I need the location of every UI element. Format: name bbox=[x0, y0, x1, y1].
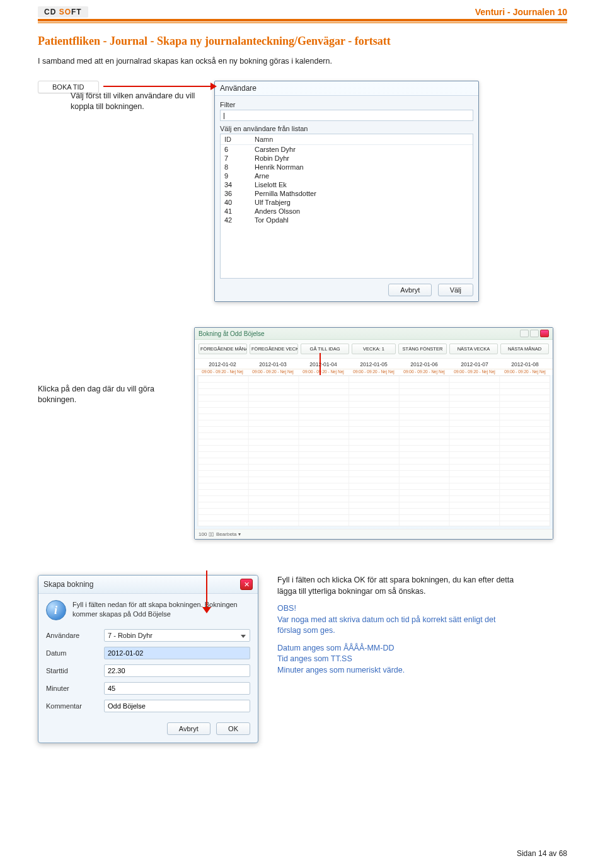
calendar-nav-btn[interactable]: NÄSTA VECKA bbox=[449, 344, 498, 354]
side-hints: Fyll i fälten och klicka OK för att spar… bbox=[277, 575, 517, 682]
minimize-icon[interactable] bbox=[520, 330, 529, 337]
edit-label: Bearbeta bbox=[216, 531, 236, 537]
list-item[interactable]: 34Liselott Ek bbox=[221, 180, 473, 189]
calendar-hour-range: 09:00 - 09:20 - Nej Nej bbox=[500, 369, 550, 374]
maximize-icon[interactable] bbox=[530, 330, 539, 337]
calendar-nav: FÖREGÅENDE MÅNADFÖREGÅENDE VECKAGÅ TILL … bbox=[195, 340, 553, 359]
col-name: Namn bbox=[251, 134, 473, 145]
calendar-hour-range: 09:00 - 09:20 - Nej Nej bbox=[349, 369, 399, 374]
user-list[interactable]: ID Namn 6Carsten Dyhr7Robin Dyhr8Henrik … bbox=[220, 134, 473, 279]
list-item[interactable]: 9Arne bbox=[221, 171, 473, 180]
filter-label: Filter bbox=[220, 101, 473, 108]
list-label: Välj en användare från listan bbox=[220, 125, 473, 132]
date-label: Datum bbox=[46, 649, 98, 657]
dialog-intro: Fyll i fälten nedan för att skapa boknin… bbox=[72, 600, 250, 620]
calendar-day-header[interactable]: 2012-01-06 bbox=[399, 359, 449, 369]
list-item[interactable]: 42Tor Opdahl bbox=[221, 216, 473, 224]
list-item[interactable]: 8Henrik Norrman bbox=[221, 163, 473, 171]
hint-formats: Datum anges som ÅÅÅÅ-MM-DD Tid anges som… bbox=[277, 643, 517, 676]
calendar-nav-btn[interactable]: VECKA: 1 bbox=[352, 344, 396, 354]
calendar-nav-btn[interactable]: STÄNG FÖNSTER bbox=[398, 344, 447, 354]
calendar-title: Bokning åt Odd Böjelse bbox=[199, 330, 265, 337]
cancel-button[interactable]: Avbryt bbox=[167, 722, 210, 735]
window-controls bbox=[520, 330, 549, 337]
calendar-hour-range: 09:00 - 09:20 - Nej Nej bbox=[298, 369, 349, 374]
list-item[interactable]: 41Anders Olsson bbox=[221, 207, 473, 216]
zoom-value: 100 bbox=[199, 531, 207, 537]
comment-label: Kommentar bbox=[46, 702, 98, 710]
user-picker-dialog: Användare Filter Välj en användare från … bbox=[214, 81, 479, 302]
page-footer: Sidan 14 av 68 bbox=[517, 849, 567, 858]
calendar-nav-btn[interactable]: GÅ TILL IDAG bbox=[301, 344, 349, 354]
logo: CD SOFT bbox=[38, 6, 88, 18]
calendar-footer: 100 ▯▯ Bearbeta ▾ bbox=[195, 529, 553, 539]
logo-so: SO bbox=[59, 8, 71, 16]
obs-label: OBS! bbox=[277, 604, 296, 613]
date-input[interactable] bbox=[104, 647, 250, 659]
comment-input[interactable] bbox=[104, 700, 250, 712]
calendar-nav-btn[interactable]: NÄSTA MÅNAD bbox=[500, 344, 549, 354]
user-label: Användare bbox=[46, 632, 98, 639]
calendar-hour-range: 09:00 - 09:20 - Nej Nej bbox=[449, 369, 500, 374]
dialog-title: Skapa bokning bbox=[43, 580, 93, 589]
calendar-nav-btn[interactable]: FÖREGÅENDE VECKA bbox=[250, 344, 298, 354]
calendar-grid[interactable] bbox=[197, 375, 550, 526]
page-title: Patientfliken - Journal - Skapa ny journ… bbox=[38, 35, 567, 48]
minutes-input[interactable] bbox=[104, 682, 250, 695]
start-input[interactable] bbox=[104, 664, 250, 677]
logo-ft: FT bbox=[71, 8, 82, 16]
dialog-title: Användare bbox=[215, 81, 478, 96]
calendar-day-header[interactable]: 2012-01-08 bbox=[500, 359, 550, 369]
header-rules bbox=[38, 19, 567, 23]
list-item[interactable]: 6Carsten Dyhr bbox=[221, 145, 473, 154]
hint-click-day: Klicka på den dag där du vill göra bokni… bbox=[38, 384, 183, 405]
filter-field[interactable] bbox=[220, 110, 473, 121]
calendar-hour-range: 09:00 - 09:20 - Nej Nej bbox=[248, 369, 298, 374]
calendar-days: 2012-01-022012-01-032012-01-042012-01-05… bbox=[195, 359, 553, 369]
hint-fill-fields: Fyll i fälten och klicka OK för att spar… bbox=[277, 575, 517, 597]
hint-obs: OBS! Var noga med att skriva datum och t… bbox=[277, 603, 517, 637]
close-icon[interactable]: ✕ bbox=[240, 579, 253, 590]
intro-text: I samband med att en journalrad skapas k… bbox=[38, 57, 567, 66]
filter-input[interactable] bbox=[223, 112, 470, 119]
select-button[interactable]: Välj bbox=[438, 284, 473, 296]
doc-header: CD SOFT Venturi - Journalen 10 bbox=[38, 0, 567, 18]
col-id: ID bbox=[221, 134, 251, 145]
calendar-window: Bokning åt Odd Böjelse FÖREGÅENDE MÅNADF… bbox=[194, 327, 553, 540]
calendar-day-header[interactable]: 2012-01-03 bbox=[248, 359, 298, 369]
header-right: Venturi - Journalen 10 bbox=[475, 7, 567, 17]
calendar-hours-row: 09:00 - 09:20 - Nej Nej09:00 - 09:20 - N… bbox=[195, 369, 553, 375]
calendar-day-header[interactable]: 2012-01-07 bbox=[449, 359, 500, 369]
user-select-value: 7 - Robin Dyhr bbox=[108, 632, 153, 639]
calendar-day-header[interactable]: 2012-01-04 bbox=[298, 359, 349, 369]
calendar-hour-range: 09:00 - 09:20 - Nej Nej bbox=[197, 369, 248, 374]
user-select[interactable]: 7 - Robin Dyhr bbox=[104, 629, 250, 642]
create-booking-dialog: Skapa bokning ✕ Fyll i fälten nedan för … bbox=[38, 575, 258, 743]
hint-select-user: Välj först till vilken användare du vill… bbox=[71, 91, 202, 112]
ok-button[interactable]: OK bbox=[216, 722, 250, 735]
calendar-day-header[interactable]: 2012-01-02 bbox=[197, 359, 248, 369]
close-icon[interactable] bbox=[540, 330, 549, 337]
calendar-nav-btn[interactable]: FÖREGÅENDE MÅNAD bbox=[199, 344, 247, 354]
list-item[interactable]: 36Pernilla Mathsdotter bbox=[221, 189, 473, 198]
calendar-day-header[interactable]: 2012-01-05 bbox=[349, 359, 399, 369]
list-item[interactable]: 40Ulf Trabjerg bbox=[221, 198, 473, 207]
start-label: Starttid bbox=[46, 667, 98, 674]
cancel-button[interactable]: Avbryt bbox=[388, 284, 432, 296]
obs-text: Var noga med att skriva datum och tid på… bbox=[277, 615, 495, 635]
list-item[interactable]: 7Robin Dyhr bbox=[221, 154, 473, 163]
logo-cd: CD bbox=[44, 8, 59, 16]
calendar-hour-range: 09:00 - 09:20 - Nej Nej bbox=[399, 369, 449, 374]
info-icon bbox=[46, 600, 66, 620]
minutes-label: Minuter bbox=[46, 685, 98, 692]
